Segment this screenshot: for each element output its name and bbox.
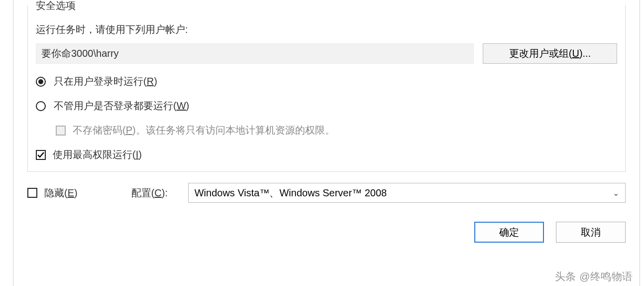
radio-always-label: 不管用户是否登录都要运行(W) bbox=[54, 99, 189, 113]
highest-priv-label: 使用最高权限运行(I) bbox=[53, 148, 142, 161]
checkbox-icon-unchecked bbox=[27, 188, 37, 198]
change-btn-key: U bbox=[572, 48, 579, 59]
radio-icon-unselected bbox=[36, 101, 46, 111]
change-user-group-button[interactable]: 更改用户或组(U)... bbox=[483, 43, 617, 64]
hidden-label: 隐藏(E) bbox=[44, 186, 78, 200]
account-label: 运行任务时，请使用下列用户帐户: bbox=[36, 23, 188, 36]
checkbox-run-highest-priv[interactable]: 使用最高权限运行(I) bbox=[36, 148, 617, 161]
configure-for-value: Windows Vista™、Windows Server™ 2008 bbox=[195, 186, 387, 200]
security-options-group: 安全选项 运行任务时，请使用下列用户帐户: 要你命3000\harry 更改用户… bbox=[27, 5, 626, 172]
change-btn-post: )... bbox=[579, 48, 591, 59]
security-legend: 安全选项 bbox=[33, 0, 79, 12]
configure-for-dropdown[interactable]: Windows Vista™、Windows Server™ 2008 ⌄ bbox=[188, 183, 626, 203]
checkbox-icon-disabled bbox=[56, 126, 66, 136]
account-display-field: 要你命3000\harry bbox=[36, 43, 474, 64]
no-store-label: 不存储密码(P)。该任务将只有访问本地计算机资源的权限。 bbox=[73, 124, 335, 137]
radio-run-only-logged-on[interactable]: 只在用户登录时运行(R) bbox=[36, 75, 617, 88]
radio-run-always[interactable]: 不管用户是否登录都要运行(W) bbox=[36, 99, 617, 113]
configure-for-label: 配置(C): bbox=[131, 186, 176, 200]
checkbox-hidden[interactable]: 隐藏(E) bbox=[27, 186, 78, 200]
dialog-panel: 安全选项 运行任务时，请使用下列用户帐户: 要你命3000\harry 更改用户… bbox=[13, 0, 640, 286]
radio-logged-label: 只在用户登录时运行(R) bbox=[54, 75, 157, 88]
checkbox-no-store-password: 不存储密码(P)。该任务将只有访问本地计算机资源的权限。 bbox=[56, 124, 617, 137]
radio-icon-selected bbox=[36, 77, 46, 87]
change-btn-pre: 更改用户或组( bbox=[509, 48, 572, 59]
ok-button[interactable]: 确定 bbox=[474, 222, 544, 243]
cancel-button[interactable]: 取消 bbox=[556, 222, 626, 243]
chevron-down-icon: ⌄ bbox=[613, 188, 619, 198]
checkbox-icon-checked bbox=[36, 150, 46, 160]
